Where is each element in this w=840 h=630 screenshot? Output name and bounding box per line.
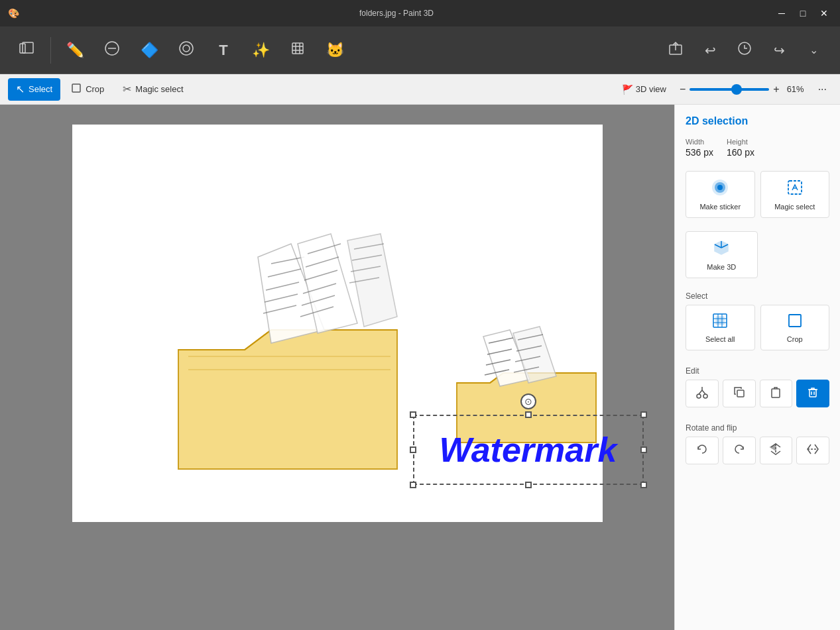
cut-button[interactable] [686,380,719,407]
rotate-right-icon [733,443,746,458]
select-all-label: Select all [705,335,735,343]
handle-top-left[interactable] [410,411,416,418]
handle-bottom-right[interactable] [640,482,647,488]
more-options-button[interactable]: ··· [813,81,832,98]
chevron-down-icon: ⌄ [810,44,818,56]
select-tool-button[interactable]: ↖ Select [8,78,60,101]
undo-icon: ↩ [705,42,716,58]
magic-select-button[interactable]: Magic select [760,171,830,218]
minimize-button[interactable]: ─ [774,5,790,21]
select-buttons: Select all Crop [686,305,829,350]
height-value: 160 px [727,147,754,158]
width-label: Width [686,138,713,146]
toolbar-right-actions: ↩ ↪ ⌄ [660,32,829,69]
height-label: Height [727,138,754,146]
canvas[interactable]: ⊙ Watermark [72,125,603,522]
toolbar-open[interactable] [11,32,42,69]
toolbar-stickers[interactable] [170,32,202,69]
history-icon [737,41,752,59]
handle-top-center[interactable] [525,411,532,418]
toolbar-erase[interactable] [96,32,128,69]
mixed-reality-icon: 🐱 [326,42,344,59]
redo-icon: ↪ [774,42,785,58]
zoom-out-button[interactable]: − [680,83,686,95]
magic-select-label: Magic select [135,84,183,94]
toolbar-3dshapes[interactable]: 🔷 [133,32,165,69]
toolbar-mixed-reality[interactable]: 🐱 [319,32,351,69]
toolbar-separator-1 [50,37,51,64]
toolbar-redo[interactable]: ↪ [763,32,795,69]
copy-button[interactable] [723,380,756,407]
paste-button[interactable] [760,380,793,407]
handle-bottom-left[interactable] [410,482,416,488]
make-3d-button[interactable]: Make 3D [686,231,758,278]
svg-point-4 [180,42,193,55]
svg-rect-52 [789,315,801,327]
toolbar-undo[interactable]: ↩ [694,32,726,69]
watermark-selection[interactable]: ⊙ Watermark [413,415,644,485]
rotate-buttons [686,437,829,464]
toolbar-share[interactable] [660,32,691,69]
toolbar-brush[interactable]: ✏️ [59,32,91,69]
close-button[interactable]: ✕ [816,5,832,21]
make-3d-label: Make 3D [707,263,736,271]
select-all-button[interactable]: Select all [686,305,755,350]
flip-horizontal-button[interactable] [796,437,829,464]
canvas-area[interactable]: ⊙ Watermark [0,105,674,630]
edit-section: Edit [686,366,829,413]
3dview-flag-icon: 🚩 [622,84,633,95]
svg-point-54 [703,394,707,398]
action-buttons: Make sticker Magic select [686,171,829,218]
svg-point-53 [697,394,701,398]
flip-vertical-icon [769,443,782,458]
delete-button[interactable] [796,380,829,407]
toolbar-more[interactable]: ⌄ [798,32,829,69]
window-title: folders.jpg - Paint 3D [19,9,774,18]
svg-point-43 [717,185,723,190]
rotate-right-button[interactable] [723,437,756,464]
svg-line-55 [699,390,702,394]
height-group: Height 160 px [727,138,754,158]
toolbar-effects[interactable]: ✨ [245,32,276,69]
crop-label: Crop [787,335,803,343]
3dshapes-icon: 🔷 [141,42,158,59]
sub-toolbar: ↖ Select Crop ✂ Magic select 🚩 3D view −… [0,74,840,105]
rotate-handle[interactable]: ⊙ [520,394,536,409]
handle-top-right[interactable] [640,411,647,418]
maximize-button[interactable]: □ [795,5,811,21]
select-section-label: Select [686,291,829,301]
panel-dimensions: Width 536 px Height 160 px [686,138,829,158]
make-3d-icon [712,238,731,260]
toolbar-text[interactable]: T [208,32,239,69]
erase-icon [104,40,120,60]
crop-panel-icon [786,312,804,333]
magic-select-tool-button[interactable]: ✂ Magic select [115,78,191,101]
panel-title: 2D selection [686,115,829,127]
handle-middle-right[interactable] [640,446,647,453]
open-icon [19,40,34,60]
sub-toolbar-right: 🚩 3D view − + 61% ··· [622,81,832,98]
toolbar-crop[interactable] [282,32,314,69]
handle-middle-left[interactable] [410,446,416,453]
crop-button[interactable]: Crop [760,305,830,350]
stickers-icon [178,40,194,60]
select-section: Select Select all [686,291,829,356]
magic-select-panel-icon [786,178,804,200]
text-icon: T [219,42,227,59]
width-group: Width 536 px [686,138,713,158]
make-sticker-button[interactable]: Make sticker [686,171,755,218]
rotate-left-button[interactable] [686,437,719,464]
flip-horizontal-icon [806,443,819,458]
zoom-slider[interactable] [690,88,769,91]
toolbar-history[interactable] [729,32,760,69]
flip-vertical-button[interactable] [760,437,793,464]
right-panel: 2D selection Width 536 px Height 160 px [674,105,840,630]
svg-point-5 [183,45,190,52]
cut-icon [695,386,709,401]
zoom-in-button[interactable]: + [773,83,779,95]
main-toolbar: ✏️ 🔷 T ✨ [0,26,840,74]
svg-rect-58 [737,390,744,397]
crop-tool-button[interactable]: Crop [63,78,112,101]
handle-bottom-center[interactable] [525,482,532,488]
crop-tool-label: Crop [86,84,104,94]
